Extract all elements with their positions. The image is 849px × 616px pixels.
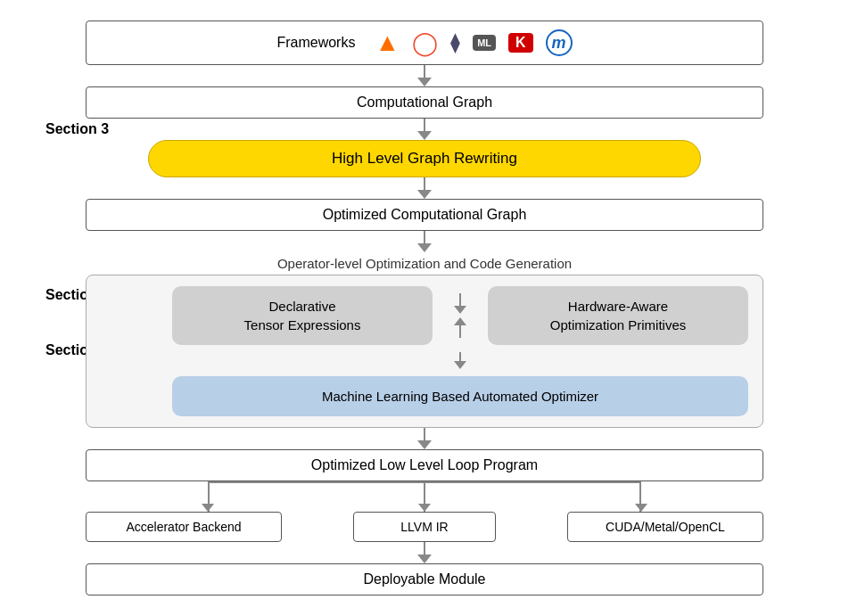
mid-line-2 — [459, 325, 461, 338]
arrow-line-3 — [424, 177, 425, 190]
arrow-5 — [417, 428, 432, 449]
arrow-head — [417, 78, 432, 86]
declarative-tensor-box: DeclarativeTensor Expressions — [172, 286, 433, 345]
llvm-ir-box: LLVM IR — [353, 512, 496, 542]
tensorflow-icon: ▲ — [375, 29, 400, 57]
mid-arrow-up — [454, 317, 466, 325]
frameworks-row: Frameworks ▲ ◯ ⧫ ML K m — [37, 21, 812, 65]
operator-label: Operator-level Optimization and Code Gen… — [277, 256, 572, 271]
loop-program-box: Optimized Low Level Loop Program — [86, 449, 763, 481]
arrow-6 — [417, 542, 432, 563]
h-line — [208, 481, 641, 483]
cuda-metal-label: CUDA/Metal/OpenCL — [606, 520, 725, 534]
optimized-graph-row: Optimized Computational Graph — [37, 199, 812, 231]
hardware-aware-box: Hardware-AwareOptimization Primitives — [488, 286, 748, 345]
fork-arrows — [86, 481, 763, 512]
bottom-boxes-row: Accelerator Backend LLVM IR CUDA/Metal/O… — [86, 512, 763, 542]
loop-program-row: Optimized Low Level Loop Program — [37, 449, 812, 481]
arrow-1 — [417, 65, 432, 86]
inner-arrow — [454, 352, 466, 369]
optimized-graph-label: Optimized Computational Graph — [323, 207, 527, 222]
mid-arrow-down — [454, 306, 466, 314]
ml-optimizer-box: Machine Learning Based Automated Optimiz… — [172, 376, 748, 416]
arrow-2 — [417, 119, 432, 140]
operator-row: Operator-level Optimization and Code Gen… — [37, 252, 812, 275]
arrow-head-3 — [417, 190, 432, 199]
center-arrow-head — [418, 504, 431, 512]
frameworks-label: Frameworks — [276, 35, 355, 51]
middle-arrows — [447, 286, 474, 345]
high-level-box: High Level Graph Rewriting — [148, 140, 701, 177]
keras-icon: K — [508, 33, 533, 53]
optimized-graph-box: Optimized Computational Graph — [86, 199, 763, 231]
accelerator-backend-box: Accelerator Backend — [86, 512, 282, 542]
mid-line-1 — [459, 293, 461, 306]
arrow-line — [424, 65, 425, 78]
arrow-4 — [417, 231, 432, 252]
deployable-label: Deployable Module — [364, 571, 486, 587]
cuda-metal-box: CUDA/Metal/OpenCL — [567, 512, 763, 542]
deployable-box: Deployable Module — [86, 563, 763, 595]
arrow-line-5 — [424, 428, 425, 440]
ml-icon: ML — [473, 35, 496, 51]
declarative-tensor-label: DeclarativeTensor Expressions — [244, 299, 361, 333]
inner-line — [459, 352, 461, 361]
computational-graph-box: Computational Graph — [86, 86, 763, 119]
llvm-ir-label: LLVM IR — [400, 520, 448, 534]
section4-5-box: DeclarativeTensor Expressions Hardware-A… — [86, 275, 763, 428]
architecture-diagram: Frameworks ▲ ◯ ⧫ ML K m Computational Gr… — [37, 21, 812, 595]
deployable-row: Deployable Module — [37, 563, 812, 595]
high-level-label: High Level Graph Rewriting — [332, 150, 517, 167]
mxnet-icon: m — [546, 29, 573, 56]
ml-optimizer-label: Machine Learning Based Automated Optimiz… — [322, 389, 598, 404]
arrow-head-2 — [417, 131, 432, 140]
right-arrow-head — [635, 504, 647, 512]
section3-label: Section 3 — [45, 121, 109, 137]
arrow-head-6 — [417, 554, 432, 563]
arrow-head-5 — [417, 440, 432, 449]
inner-arrow-container — [172, 352, 748, 369]
inner-arrow-head — [454, 361, 466, 369]
top-boxes: DeclarativeTensor Expressions Hardware-A… — [172, 286, 748, 345]
section4-inner: DeclarativeTensor Expressions Hardware-A… — [172, 286, 748, 416]
left-arrow-head — [202, 504, 214, 512]
computational-graph-row: Computational Graph — [37, 86, 812, 119]
computational-graph-label: Computational Graph — [357, 94, 492, 110]
loop-program-label: Optimized Low Level Loop Program — [311, 457, 538, 472]
section3-row: Section 3 — [37, 119, 812, 140]
arrow-line-6 — [424, 542, 425, 554]
arrow-head-4 — [417, 243, 432, 252]
sections-container: Section 4 Section 5 DeclarativeTensor Ex… — [37, 275, 812, 428]
frameworks-box: Frameworks ▲ ◯ ⧫ ML K m — [86, 21, 763, 65]
arrow-line-4 — [424, 231, 425, 243]
arrow-line-2 — [424, 119, 425, 131]
hardware-aware-label: Hardware-AwareOptimization Primitives — [550, 299, 687, 333]
gem-icon: ⧫ — [450, 31, 460, 54]
high-level-row: High Level Graph Rewriting — [37, 140, 812, 177]
accelerator-backend-label: Accelerator Backend — [126, 520, 241, 534]
pytorch-icon: ◯ — [412, 29, 438, 57]
arrow-3 — [417, 177, 432, 199]
